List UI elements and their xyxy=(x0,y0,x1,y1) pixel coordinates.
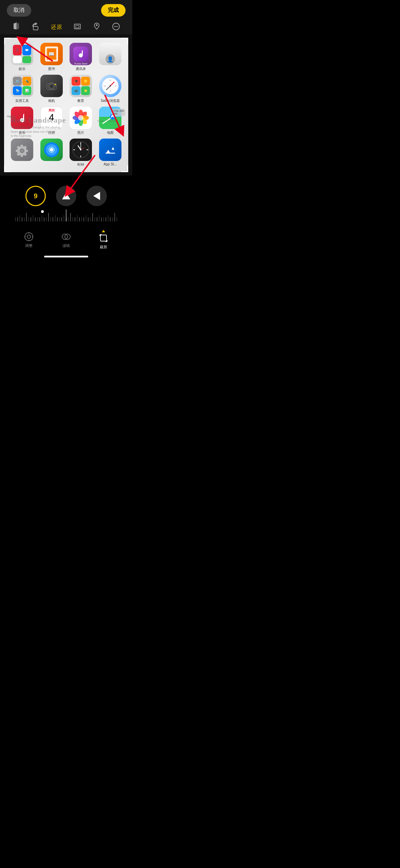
svg-rect-2 xyxy=(74,24,80,29)
filter-intensity-button[interactable]: 9 xyxy=(25,186,46,206)
app-label: 照片 xyxy=(77,130,84,135)
svg-point-25 xyxy=(110,85,111,87)
svg-point-8 xyxy=(117,26,118,27)
tick xyxy=(77,215,78,221)
co2-badge: CO₂ 100PM xyxy=(112,109,126,116)
ruler-position-dot xyxy=(41,210,44,213)
tick xyxy=(44,217,44,221)
tick xyxy=(57,217,58,221)
triangle-left-icon xyxy=(92,191,101,201)
tick xyxy=(106,217,106,221)
tool-filters[interactable]: 滤镜 xyxy=(61,232,71,248)
list-item: 📖 图书 xyxy=(39,43,65,71)
tool-crop[interactable]: 裁剪 xyxy=(98,230,109,250)
done-button[interactable]: 完成 xyxy=(101,4,126,17)
crop-handle-br[interactable] xyxy=(121,165,128,172)
itunes-store-app: iTunes Store 通讯录 xyxy=(68,43,94,71)
image-edit-area: 🎵 ✉️ 娱乐 📖 xyxy=(0,34,132,176)
filter-preset-button-1[interactable] xyxy=(56,186,76,206)
list-item: App St... xyxy=(97,139,123,167)
adjust-label: 调整 xyxy=(25,243,33,248)
svg-marker-57 xyxy=(93,192,100,200)
tick xyxy=(15,217,16,221)
tick xyxy=(75,217,75,221)
tick xyxy=(39,217,40,221)
crop-handle-tl[interactable] xyxy=(4,38,11,44)
svg-point-44 xyxy=(50,148,53,151)
list-item: ⚙️ 🔦 📡 📊 实用工具 xyxy=(9,75,35,103)
app-label: 娱乐 xyxy=(19,67,25,71)
top-bar: 取消 完成 xyxy=(0,0,132,19)
tick xyxy=(79,217,80,221)
tick xyxy=(46,217,47,221)
tick xyxy=(103,217,104,221)
tick xyxy=(73,217,73,221)
crop-frame: 🎵 ✉️ 娱乐 📖 xyxy=(4,38,128,172)
list-item: 照片 xyxy=(68,107,94,135)
rotate-icon[interactable] xyxy=(32,22,40,32)
tick xyxy=(101,217,102,221)
adjustment-ruler[interactable] xyxy=(0,210,132,221)
list-item: 周四 4 日历 xyxy=(39,107,65,135)
app-label: 日历 xyxy=(48,130,55,135)
tick xyxy=(51,217,51,221)
app-label: 通讯录 xyxy=(76,67,86,71)
list-item: 👤 xyxy=(97,43,123,71)
tick xyxy=(108,215,109,221)
list-item: 🎵 ✉️ 娱乐 xyxy=(9,43,35,71)
tick xyxy=(48,213,49,221)
bottom-section: 9 xyxy=(0,176,132,257)
svg-marker-56 xyxy=(62,193,70,199)
svg-point-53 xyxy=(80,149,81,150)
list-item: 相机 xyxy=(39,75,65,103)
svg-point-34 xyxy=(78,115,83,121)
tick xyxy=(110,217,111,221)
svg-point-6 xyxy=(114,26,115,27)
flip-vertical-icon[interactable] xyxy=(12,22,20,32)
list-item xyxy=(9,139,35,167)
svg-rect-67 xyxy=(100,235,107,241)
tick xyxy=(61,217,62,221)
draw-icon[interactable] xyxy=(93,22,101,32)
app-label: 音乐 xyxy=(19,130,25,135)
tool-adjust[interactable]: 调整 xyxy=(24,232,34,248)
app-grid: 🎵 ✉️ 娱乐 📖 xyxy=(7,41,125,169)
svg-point-17 xyxy=(55,84,56,85)
tick xyxy=(99,215,100,221)
crop-icon xyxy=(98,233,109,243)
tick xyxy=(24,217,25,221)
svg-text:W: W xyxy=(103,85,106,88)
app-label: 实用工具 xyxy=(15,98,29,103)
main-container: 取消 完成 还原 xyxy=(0,0,132,257)
filter-preset-button-2[interactable] xyxy=(87,186,107,206)
filter-number: 9 xyxy=(34,192,37,200)
crop-label: 裁剪 xyxy=(100,245,107,250)
tick xyxy=(114,213,115,221)
svg-text:E: E xyxy=(115,85,117,88)
active-indicator xyxy=(102,230,105,232)
tick xyxy=(92,213,93,221)
list-item xyxy=(39,139,65,167)
tick xyxy=(86,215,87,221)
tick xyxy=(37,217,38,221)
app-label: 相机 xyxy=(48,98,55,103)
tick xyxy=(55,215,56,221)
crop-handle-bl[interactable] xyxy=(4,165,11,172)
edit-toolbar: 还原 xyxy=(0,19,132,34)
photo-content: 🎵 ✉️ 娱乐 📖 xyxy=(4,38,128,172)
app-label: App St... xyxy=(104,162,117,166)
list-item: 🎓 🟡 📹 ⭐ 教育 xyxy=(68,75,94,103)
tick xyxy=(97,217,97,221)
svg-point-14 xyxy=(50,85,53,88)
svg-rect-1 xyxy=(33,26,38,30)
aspect-ratio-icon[interactable] xyxy=(73,22,81,32)
crop-handle-tr[interactable] xyxy=(121,38,128,44)
tick xyxy=(22,217,22,221)
tick xyxy=(31,217,31,221)
more-icon[interactable] xyxy=(112,22,120,32)
tick xyxy=(83,217,84,221)
restore-button[interactable]: 还原 xyxy=(51,24,62,31)
cancel-button[interactable]: 取消 xyxy=(7,4,31,17)
filter-icon xyxy=(61,232,71,242)
svg-point-40 xyxy=(20,149,24,153)
